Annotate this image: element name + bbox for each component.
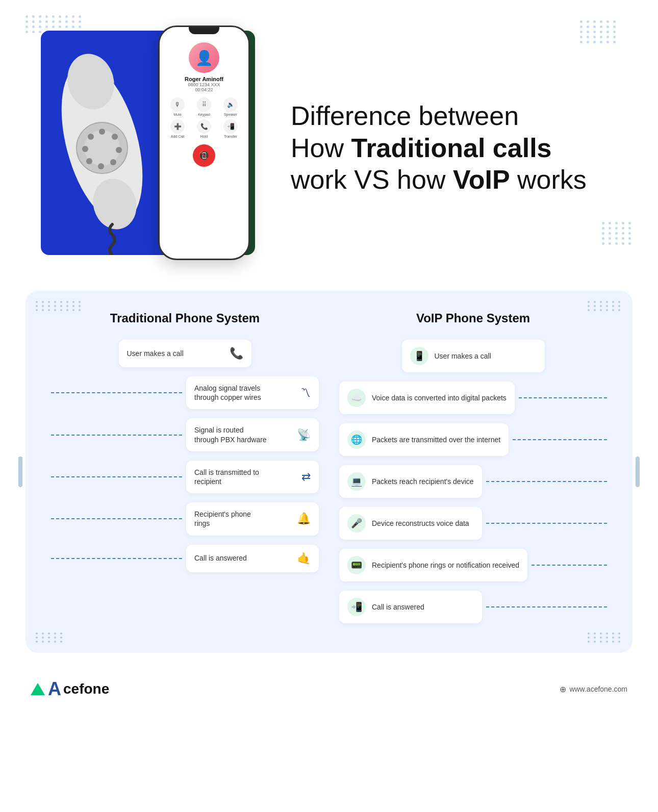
voip-dash-4	[486, 481, 607, 482]
svg-point-8	[110, 159, 116, 165]
heading-line2: How Traditional calls	[291, 133, 552, 163]
smartphone: 👤 Roger Aminoff 0800 1234 XXX 00:04:22 🎙…	[158, 26, 250, 260]
decorative-dots-topright	[580, 20, 617, 43]
trad-step-4: Call is transmitted torecipient ⇄	[51, 461, 319, 493]
voip-step-text-2: Voice data is converted into digital pac…	[372, 393, 507, 402]
heading-line3: work VS how VoIP works	[291, 165, 587, 194]
trad-step-box-1: User makes a call 📞	[119, 340, 251, 367]
trad-dash-5	[51, 518, 182, 519]
voip-step-icon-3: 🌐	[351, 434, 362, 445]
hold-label: Hold	[200, 135, 208, 138]
voip-step-text-3: Packets are transmitted over the interne…	[372, 435, 500, 444]
trad-step-icon-6: 🤙	[297, 552, 311, 565]
svg-point-9	[98, 163, 104, 169]
comp-dots-topleft	[36, 301, 83, 311]
voip-step-icon-1: 📱	[414, 350, 425, 362]
contact-name: Roger Aminoff	[166, 76, 242, 82]
voip-step-1: 📱 User makes a call	[339, 340, 607, 372]
logo-letter-a: A	[48, 678, 61, 700]
traditional-column: Traditional Phone System User makes a ca…	[51, 311, 319, 632]
speaker-control[interactable]: 🔈 Speaker	[219, 97, 242, 116]
left-page-indicator	[18, 456, 22, 487]
trad-step-icon-1: 📞	[230, 347, 243, 360]
website-link: ⊕ www.acefone.com	[560, 684, 627, 694]
trad-step-box-2: Analog signal travelsthrough copper wire…	[186, 376, 319, 409]
trad-step-6: Call is answered 🤙	[51, 545, 319, 572]
globe-icon: ⊕	[560, 684, 566, 694]
phone-controls-row2: ➕ Add Call 📞 Hold 📲 Transfer	[166, 119, 242, 138]
voip-step-7: 📲 Call is answered	[339, 591, 607, 623]
heading-line1: Difference between	[291, 101, 519, 131]
speaker-label: Speaker	[224, 113, 237, 116]
svg-point-6	[112, 134, 118, 140]
trad-step-2: Analog signal travelsthrough copper wire…	[51, 376, 319, 409]
svg-point-5	[99, 129, 105, 135]
website-text: www.acefone.com	[569, 685, 627, 693]
logo-text: cefone	[63, 681, 109, 697]
trad-step-box-4: Call is transmitted torecipient ⇄	[186, 461, 319, 493]
trad-dash-3	[51, 435, 182, 436]
transfer-control[interactable]: 📲 Transfer	[219, 119, 242, 138]
voip-icon-circle-2: ☁️	[347, 389, 366, 407]
comp-dots-bottomright	[588, 632, 622, 643]
main-heading: Difference between How Traditional calls…	[291, 100, 627, 195]
voip-icon-circle-4: 💻	[347, 472, 366, 491]
voip-step-icon-2: ☁️	[351, 392, 362, 403]
voip-column: VoIP Phone System 📱 User makes a call ☁️…	[339, 311, 607, 632]
voip-dash-5	[486, 523, 607, 524]
voip-icon-circle-1: 📱	[410, 347, 428, 365]
trad-step-text-2: Analog signal travelsthrough copper wire…	[194, 384, 295, 402]
add-call-icon: ➕	[170, 119, 185, 134]
end-call-button[interactable]: 📵	[193, 144, 215, 167]
voip-step-3: 🌐 Packets are transmitted over the inter…	[339, 423, 607, 456]
voip-step-6: 📟 Recipient's phone rings or notificatio…	[339, 549, 607, 581]
top-section: 👤 Roger Aminoff 0800 1234 XXX 00:04:22 🎙…	[0, 0, 658, 286]
voip-step-text-6: Recipient's phone rings or notification …	[372, 561, 519, 570]
hold-control[interactable]: 📞 Hold	[192, 119, 216, 138]
keypad-control[interactable]: ⠿ Keypad	[192, 97, 216, 116]
right-page-indicator	[636, 456, 640, 487]
add-call-control[interactable]: ➕ Add Call	[166, 119, 189, 138]
transfer-icon: 📲	[223, 119, 238, 134]
trad-step-box-3: Signal is routedthrough PBX hardware 📡	[186, 418, 319, 451]
voip-step-4: 💻 Packets reach recipient's device	[339, 465, 607, 498]
hero-image: 👤 Roger Aminoff 0800 1234 XXX 00:04:22 🎙…	[31, 26, 260, 270]
voip-step-icon-7: 📲	[351, 601, 362, 613]
phone-screen: 👤 Roger Aminoff 0800 1234 XXX 00:04:22 🎙…	[160, 34, 248, 172]
mute-control[interactable]: 🎙 Mute	[166, 97, 189, 116]
decorative-dots-bottomright	[602, 222, 632, 245]
trad-step-icon-3: 📡	[297, 428, 311, 442]
phone-number: 0800 1234 XXX	[166, 82, 242, 87]
voip-step-2: ☁️ Voice data is converted into digital …	[339, 382, 607, 414]
logo: A cefone	[31, 678, 109, 700]
voip-dash-6	[532, 565, 607, 566]
footer: A cefone ⊕ www.acefone.com	[0, 668, 658, 715]
voip-title: VoIP Phone System	[339, 311, 607, 325]
trad-step-1: User makes a call 📞	[51, 340, 319, 367]
keypad-label: Keypad	[198, 113, 210, 116]
hold-icon: 📞	[197, 119, 211, 134]
voip-step-box-2: ☁️ Voice data is converted into digital …	[339, 382, 515, 414]
speaker-icon: 🔈	[223, 97, 238, 112]
trad-step-text-1: User makes a call	[127, 349, 224, 358]
hero-title: Difference between How Traditional calls…	[260, 100, 627, 195]
trad-step-box-6: Call is answered 🤙	[186, 545, 319, 572]
voip-step-box-5: 🎤 Device reconstructs voice data	[339, 507, 482, 540]
voip-step-text-4: Packets reach recipient's device	[372, 477, 474, 486]
voip-dash-3	[513, 439, 607, 440]
voip-step-icon-6: 📟	[351, 560, 362, 571]
trad-dash-6	[51, 558, 182, 559]
trad-step-icon-4: ⇄	[301, 470, 311, 484]
voip-dash-7	[486, 606, 607, 607]
logo-triangle-icon	[31, 683, 45, 695]
keypad-icon: ⠿	[197, 97, 211, 112]
voip-step-icon-4: 💻	[351, 476, 362, 487]
voip-step-box-4: 💻 Packets reach recipient's device	[339, 465, 482, 498]
trad-step-3: Signal is routedthrough PBX hardware 📡	[51, 418, 319, 451]
trad-dash-2	[51, 392, 182, 393]
svg-point-7	[116, 147, 122, 153]
voip-step-box-1: 📱 User makes a call	[402, 340, 545, 372]
trad-step-text-5: Recipient's phonerings	[194, 510, 292, 528]
svg-point-10	[86, 158, 92, 164]
voip-step-5: 🎤 Device reconstructs voice data	[339, 507, 607, 540]
